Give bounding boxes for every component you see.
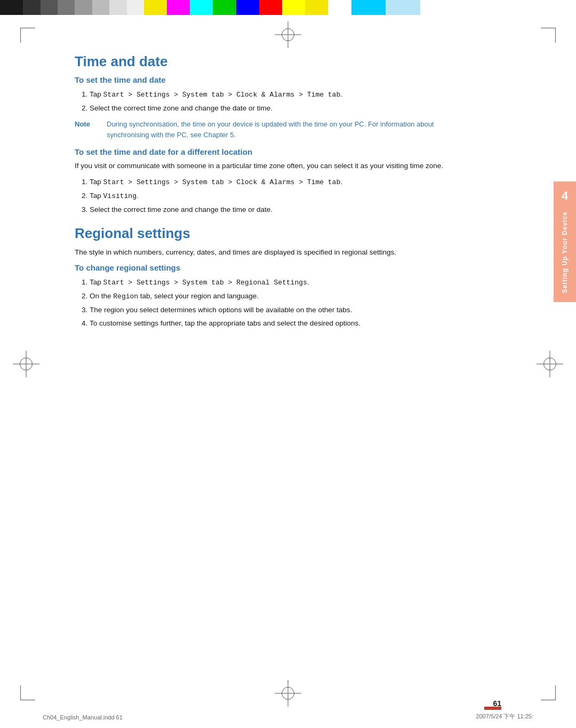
regional-intro: The style in which numbers, currency, da…: [75, 247, 472, 258]
section-title-regional: Regional settings: [75, 225, 472, 242]
color-bar: [0, 0, 576, 15]
subsection-change-regional: To change regional settings Tap Start > …: [75, 263, 472, 329]
steps-list-regional: Tap Start > Settings > System tab > Regi…: [90, 276, 472, 329]
step-text: Tap Start > Settings > System tab > Cloc…: [90, 178, 342, 186]
subsection-set-time: To set the time and date Tap Start > Set…: [75, 75, 472, 140]
step-item: On the Region tab, select your region an…: [90, 290, 472, 303]
step-text: Select the correct time zone and change …: [90, 205, 273, 213]
chapter-number: 4: [562, 189, 568, 203]
page-content: Time and date To set the time and date T…: [75, 53, 501, 685]
content-main: Time and date To set the time and date T…: [75, 53, 472, 329]
subsection2-intro: If you visit or communicate with someone…: [75, 161, 472, 172]
step-text: Tap Start > Settings > System tab > Regi…: [90, 278, 309, 286]
corner-mark-tl: [20, 28, 35, 43]
step-text: To customise settings further, tap the a…: [90, 319, 361, 327]
chapter-title: Setting Up Your Device: [561, 211, 569, 294]
note-label: Note: [75, 119, 102, 140]
step-item: The region you select determines which o…: [90, 304, 472, 316]
note-block: Note During synchronisation, the time on…: [75, 119, 472, 140]
step-text: Tap Visiting.: [90, 192, 139, 200]
step-item: Tap Start > Settings > System tab > Cloc…: [90, 176, 472, 188]
subsection-set-time-location: To set the time and date for a different…: [75, 147, 472, 215]
step-text: Select the correct time zone and change …: [90, 104, 273, 112]
step-text: The region you select determines which o…: [90, 306, 352, 314]
footer-right: 2007/5/24 下午 11:25:: [476, 713, 533, 721]
corner-mark-br: [541, 685, 556, 700]
section-title-time: Time and date: [75, 53, 472, 70]
step-item: Tap Visiting.: [90, 190, 472, 202]
page-number: 61: [493, 699, 501, 708]
corner-mark-tr: [541, 28, 556, 43]
section-regional-settings: Regional settings The style in which num…: [75, 225, 472, 329]
step-text: Tap Start > Settings > System tab > Cloc…: [90, 90, 342, 98]
step-text: On the Region tab, select your region an…: [90, 292, 259, 300]
step-item: Select the correct time zone and change …: [90, 204, 472, 216]
subsection-heading-1: To set the time and date: [75, 75, 472, 84]
side-tab: 4 Setting Up Your Device: [554, 181, 576, 302]
section-time-and-date: Time and date To set the time and date T…: [75, 53, 472, 216]
footer-left: Ch04_English_Manual.indd 61: [43, 714, 123, 721]
corner-mark-bl: [20, 685, 35, 700]
note-text: During synchronisation, the time on your…: [107, 119, 472, 140]
left-crosshair: [13, 351, 39, 377]
step-item: To customise settings further, tap the a…: [90, 318, 472, 329]
step-item: Select the correct time zone and change …: [90, 102, 472, 114]
step-item: Tap Start > Settings > System tab > Cloc…: [90, 89, 472, 101]
steps-list-2: Tap Start > Settings > System tab > Cloc…: [90, 176, 472, 215]
right-crosshair: [537, 351, 563, 377]
steps-list-1: Tap Start > Settings > System tab > Cloc…: [90, 89, 472, 114]
step-item: Tap Start > Settings > System tab > Regi…: [90, 276, 472, 289]
subsection-heading-regional: To change regional settings: [75, 263, 472, 272]
subsection-heading-2: To set the time and date for a different…: [75, 147, 472, 156]
top-crosshair: [275, 21, 301, 48]
